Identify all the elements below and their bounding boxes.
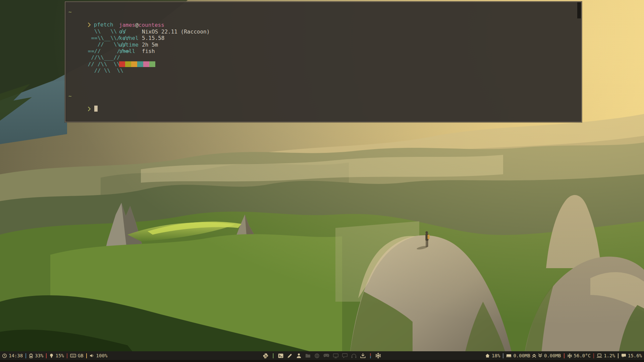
folder-icon [305, 353, 311, 359]
nixos-snowflake-icon [375, 353, 381, 359]
separator [273, 353, 274, 358]
temperature-widget[interactable]: 56.0°C [567, 353, 591, 358]
workspace-user[interactable] [296, 353, 302, 359]
terminal-prompt-line [68, 99, 98, 118]
separator [67, 353, 67, 358]
keyboard-icon [70, 353, 76, 358]
download-chevrons-icon [538, 353, 542, 358]
workspace-terminal[interactable] [278, 353, 284, 359]
separator [564, 353, 565, 358]
pfetch-user-host: james@countess [119, 22, 164, 28]
separator [618, 353, 619, 358]
separator [25, 353, 26, 358]
workspace-python[interactable] [263, 353, 269, 359]
separator [593, 353, 594, 358]
disk-widget[interactable]: 1.2% [597, 353, 615, 358]
brightness-icon [49, 353, 54, 358]
pfetch-info-uptime: uptime2h 5m [119, 42, 158, 48]
prompt-chevron-icon [88, 107, 91, 111]
headphones-icon [351, 353, 357, 358]
person-icon [296, 353, 302, 359]
globe-icon [314, 353, 320, 359]
terminal-cwd: ~ [68, 93, 72, 99]
gamepad-icon [323, 353, 330, 358]
palette-swatch [119, 61, 125, 67]
workspace-nixos[interactable] [375, 353, 381, 359]
workspace-downloads[interactable] [360, 353, 366, 358]
terminal-cwd: ~ [68, 9, 72, 15]
pencil-icon [287, 353, 293, 359]
bar-bottom-strip [0, 360, 644, 362]
status-bar: 14:38 33% 15% GB 100% [0, 351, 644, 360]
separator [86, 353, 87, 358]
battery-widget[interactable]: 33% [29, 353, 43, 358]
workspace-chat[interactable] [342, 353, 348, 358]
home-icon [485, 353, 490, 358]
terminal-scrollbar[interactable] [577, 2, 581, 18]
battery-icon [29, 353, 33, 358]
brightness-widget[interactable]: 15% [49, 353, 64, 358]
keyboard-layout-widget[interactable]: GB [70, 353, 84, 358]
terminal-window[interactable]: ~ pfetch \\ \\ // james@countess ==\\__\… [65, 1, 582, 122]
workspace-web[interactable] [314, 353, 320, 359]
clock-icon [2, 353, 7, 358]
volume-widget[interactable]: 100% [90, 353, 108, 358]
pfetch-info-shell: shellfish [119, 48, 155, 54]
palette-swatch [137, 61, 143, 67]
memory-widget[interactable]: 18% [485, 353, 500, 358]
pfetch-art-line: // \\ \\ [68, 61, 123, 86]
monitor-icon [333, 353, 339, 358]
ethernet-icon [506, 354, 512, 358]
pfetch-info-os: osNixOS 22.11 (Raccoon) [119, 28, 210, 35]
desktop: ~ pfetch \\ \\ // james@countess ==\\__\… [0, 0, 644, 362]
snowflake-icon [567, 353, 572, 358]
python-icon [263, 353, 269, 359]
pfetch-color-palette [119, 61, 155, 67]
upload-chevrons-icon [532, 353, 536, 358]
chat-icon [342, 353, 348, 358]
workspace-files[interactable] [305, 353, 311, 359]
palette-swatch [131, 61, 137, 67]
workspace-switcher [261, 351, 383, 360]
download-icon [360, 353, 366, 358]
pfetch-info-kernel: kernel5.15.58 [119, 35, 164, 41]
separator [503, 353, 503, 358]
workspace-monitor[interactable] [333, 353, 339, 358]
terminal-icon [278, 353, 284, 359]
terminal-cursor [94, 106, 98, 112]
bar-left-group: 14:38 33% 15% GB 100% [2, 353, 107, 358]
clock-widget[interactable]: 14:38 [2, 353, 23, 358]
chat-bubble-icon [621, 353, 626, 358]
palette-swatch [149, 61, 155, 67]
workspace-editor[interactable] [287, 353, 293, 359]
palette-swatch [143, 61, 149, 67]
bar-right-group: 18% 0.00MB 0.00MB 56.0°C 1.2% [485, 353, 642, 358]
palette-swatch [125, 61, 131, 67]
cpu-widget[interactable]: 15.6% [621, 353, 642, 358]
network-widget[interactable]: 0.00MB 0.00MB [506, 353, 561, 358]
separator [46, 353, 47, 358]
separator [370, 353, 371, 358]
laptop-icon [597, 353, 602, 358]
workspace-games[interactable] [323, 353, 330, 358]
workspace-music[interactable] [351, 353, 357, 358]
volume-icon [90, 353, 95, 358]
